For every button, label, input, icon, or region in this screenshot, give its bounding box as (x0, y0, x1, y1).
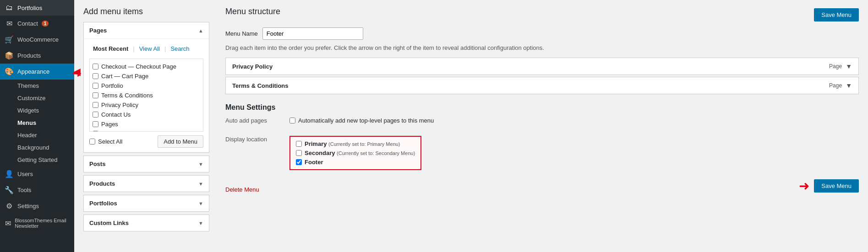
bottom-row: Delete Menu ➜ Save Menu (225, 178, 859, 193)
location-primary-label[interactable]: Primary (Currently set to: Primary Menu) (296, 140, 415, 147)
checkbox-contact-us[interactable] (93, 112, 98, 118)
add-menu-items-panel: Add menu items Pages ▲ ➜ Most Recent | V… (74, 0, 216, 252)
page-item-label: Pages (101, 121, 118, 128)
checkbox-privacy[interactable] (93, 102, 98, 108)
add-to-menu-button[interactable]: Add to Menu (158, 135, 203, 148)
settings-grid: Auto add pages Automatically add new top… (225, 117, 859, 170)
sidebar-item-products[interactable]: 📦 Products (0, 48, 74, 64)
select-all-label[interactable]: Select All (89, 138, 122, 145)
location-primary-checkbox[interactable] (296, 141, 302, 147)
sidebar-item-users[interactable]: 👤 Users (0, 166, 74, 182)
save-menu-button-top[interactable]: Save Menu (814, 8, 859, 21)
tab-view-all[interactable]: View All (136, 43, 164, 54)
sidebar-item-appearance[interactable]: 🎨 Appearance ◀ (0, 64, 74, 80)
sidebar-subitem-menus[interactable]: Menus (0, 117, 74, 129)
sidebar-item-settings[interactable]: ⚙ Settings (0, 198, 74, 214)
checkbox-terms[interactable] (93, 92, 98, 98)
auto-add-label: Auto add pages (225, 117, 280, 127)
sidebar-subitem-customize[interactable]: Customize (0, 92, 74, 104)
auto-add-checkbox-label[interactable]: Automatically add new top-level pages to… (289, 117, 434, 124)
list-item[interactable]: Portfolio (93, 81, 200, 91)
location-footer-label[interactable]: Footer (296, 159, 415, 166)
products-accordion-header[interactable]: Products ▼ (84, 176, 209, 192)
menu-structure-title: Menu structure (225, 7, 280, 16)
page-item-label: Terms & Conditions (101, 92, 153, 99)
sidebar-item-blossom[interactable]: ✉ BlossomThemes Email Newsletter (0, 214, 74, 232)
auto-add-checkbox[interactable] (289, 118, 295, 123)
pages-chevron-up-icon: ▲ (198, 28, 203, 33)
tab-search[interactable]: Search (167, 43, 193, 54)
sidebar-item-woocommerce[interactable]: 🛒 WooCommerce (0, 32, 74, 48)
custom-links-chevron-down-icon: ▼ (198, 220, 203, 226)
list-item[interactable]: Terms & Conditions (93, 91, 200, 100)
list-item[interactable]: Checkout — Checkout Page (93, 62, 200, 71)
sidebar-subitem-header[interactable]: Header (0, 129, 74, 141)
pages-accordion-header[interactable]: Pages ▲ (84, 22, 209, 38)
users-icon: 👤 (5, 170, 14, 178)
select-all-text: Select All (98, 138, 122, 145)
tools-icon: 🔧 (5, 186, 14, 194)
checkbox-checkout[interactable] (93, 64, 98, 70)
portfolios-chevron-down-icon: ▼ (198, 201, 203, 206)
select-all-row: Select All Add to Menu (89, 135, 203, 148)
select-all-checkbox[interactable] (89, 139, 95, 145)
checkbox-pages[interactable] (93, 121, 98, 127)
sidebar-item-portfolios[interactable]: 🗂 Portfolios (0, 0, 74, 16)
location-secondary-label[interactable]: Secondary (Currently set to: Secondary M… (296, 150, 415, 156)
products-icon: 📦 (5, 51, 14, 60)
checkbox-portfolio[interactable] (93, 83, 98, 89)
sidebar-label-tools: Tools (17, 187, 31, 193)
contact-icon: ✉ (5, 19, 14, 28)
sidebar-label-contact: Contact (17, 20, 38, 27)
sidebar-label-users: Users (17, 171, 33, 177)
save-menu-button-bottom[interactable]: Save Menu (814, 179, 859, 193)
location-secondary-checkbox[interactable] (296, 150, 302, 156)
portfolios-accordion-label: Portfolios (89, 200, 117, 207)
posts-accordion-header[interactable]: Posts ▼ (84, 156, 209, 172)
portfolios-accordion: Portfolios ▼ (83, 195, 209, 212)
menu-settings-title: Menu Settings (225, 103, 859, 112)
custom-links-accordion-header[interactable]: Custom Links ▼ (84, 215, 209, 231)
page-item-label: Checkout — Checkout Page (101, 63, 176, 70)
location-footer-checkbox[interactable] (296, 159, 302, 165)
display-location-label: Display location (225, 136, 280, 170)
page-item-label: Cart — Cart Page (101, 73, 148, 80)
list-item[interactable]: Cart — Cart Page (93, 71, 200, 81)
list-item[interactable]: Shop — Shop Page (93, 129, 200, 132)
custom-links-accordion-label: Custom Links (89, 220, 129, 226)
pages-scroll-area: Checkout — Checkout Page Cart — Cart Pag… (89, 59, 203, 132)
menu-item-privacy-policy[interactable]: Privacy Policy Page ▼ (225, 58, 859, 75)
menu-name-input[interactable] (262, 27, 363, 40)
menu-structure-header: Menu structure Save Menu (225, 7, 859, 23)
menu-name-label: Menu Name (225, 30, 258, 37)
menu-item-expand-icon[interactable]: ▼ (846, 63, 852, 70)
sidebar-subitem-themes[interactable]: Themes (0, 80, 74, 92)
sidebar-item-tools[interactable]: 🔧 Tools (0, 182, 74, 198)
custom-links-accordion: Custom Links ▼ (83, 214, 209, 231)
location-secondary-text: Secondary (Currently set to: Secondary M… (305, 150, 415, 156)
sidebar-subitem-getting-started[interactable]: Getting Started (0, 154, 74, 166)
checkbox-shop[interactable] (93, 131, 98, 132)
menu-item-expand-icon[interactable]: ▼ (846, 82, 852, 89)
checkbox-cart[interactable] (93, 73, 98, 79)
tab-most-recent[interactable]: Most Recent (89, 43, 132, 54)
auto-add-text: Automatically add new top-level pages to… (298, 117, 434, 124)
list-item[interactable]: Pages (93, 119, 200, 129)
menu-item-label: Privacy Policy (232, 63, 273, 70)
posts-chevron-down-icon: ▼ (198, 161, 203, 167)
portfolios-accordion-header[interactable]: Portfolios ▼ (84, 195, 209, 211)
sidebar-subitem-widgets[interactable]: Widgets (0, 104, 74, 117)
sidebar-subitem-background[interactable]: Background (0, 141, 74, 154)
list-item[interactable]: Privacy Policy (93, 100, 200, 110)
list-item[interactable]: Contact Us (93, 110, 200, 119)
page-item-label: Shop — Shop Page (101, 130, 154, 132)
products-accordion: Products ▼ (83, 175, 209, 192)
posts-accordion: Posts ▼ (83, 155, 209, 172)
menu-item-label: Terms & Conditions (232, 82, 289, 89)
settings-icon: ⚙ (5, 202, 14, 210)
delete-menu-link[interactable]: Delete Menu (225, 186, 259, 193)
sidebar-label-blossom: BlossomThemes Email Newsletter (15, 218, 70, 229)
sidebar-item-contact[interactable]: ✉ Contact 1 (0, 16, 74, 32)
pages-accordion-body: ➜ Most Recent | View All | Search Checko… (84, 38, 209, 152)
menu-item-terms-conditions[interactable]: Terms & Conditions Page ▼ (225, 77, 859, 94)
